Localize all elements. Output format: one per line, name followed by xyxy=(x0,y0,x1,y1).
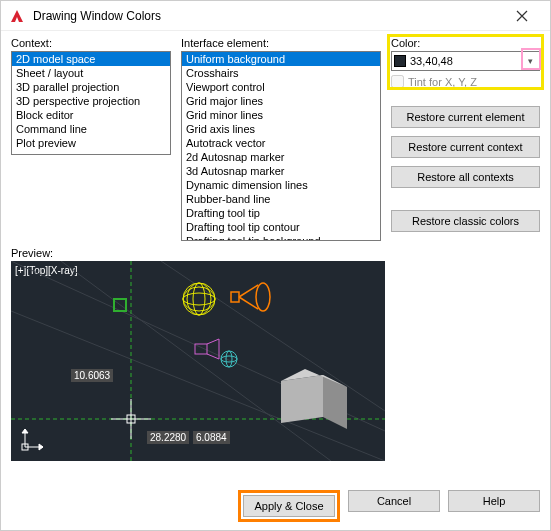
tint-label: Tint for X, Y, Z xyxy=(408,76,477,88)
wire-sphere-icon xyxy=(183,283,215,315)
color-value: 33,40,48 xyxy=(410,55,524,67)
list-item[interactable]: Rubber-band line xyxy=(182,192,380,206)
svg-point-7 xyxy=(183,283,215,315)
tint-row: Tint for X, Y, Z xyxy=(391,75,540,88)
svg-marker-32 xyxy=(39,444,43,450)
cube-icon xyxy=(281,369,347,429)
list-item[interactable]: Dynamic dimension lines xyxy=(182,178,380,192)
chevron-down-icon: ▾ xyxy=(524,56,537,66)
coordinate-readout: 6.0884 xyxy=(193,431,230,444)
close-button[interactable] xyxy=(502,1,542,31)
list-item[interactable]: Grid major lines xyxy=(182,94,380,108)
coordinate-readout: 28.2280 xyxy=(147,431,189,444)
list-item[interactable]: Plot preview xyxy=(12,136,170,150)
svg-marker-0 xyxy=(11,10,23,22)
svg-marker-33 xyxy=(22,429,28,433)
restore-all-contexts-button[interactable]: Restore all contexts xyxy=(391,166,540,188)
dialog-button-bar: Apply & Close Cancel Help xyxy=(1,482,550,530)
color-swatch xyxy=(394,55,406,67)
svg-point-20 xyxy=(221,351,237,367)
restore-classic-colors-button[interactable]: Restore classic colors xyxy=(391,210,540,232)
interface-element-label: Interface element: xyxy=(181,37,381,49)
context-label: Context: xyxy=(11,37,171,49)
help-button[interactable]: Help xyxy=(448,490,540,512)
list-item[interactable]: 3d Autosnap marker xyxy=(182,164,380,178)
list-item[interactable]: 3D parallel projection xyxy=(12,80,170,94)
window-title: Drawing Window Colors xyxy=(33,9,502,23)
list-item[interactable]: Autotrack vector xyxy=(182,136,380,150)
restore-current-element-button[interactable]: Restore current element xyxy=(391,106,540,128)
svg-rect-15 xyxy=(231,292,239,302)
light-cone-icon xyxy=(231,283,270,311)
autocad-logo-icon xyxy=(9,8,25,24)
svg-point-21 xyxy=(221,356,237,362)
svg-point-12 xyxy=(256,283,270,311)
list-item[interactable]: Viewport control xyxy=(182,80,380,94)
preview-label: Preview: xyxy=(11,247,540,259)
crosshair-icon xyxy=(111,399,151,439)
list-item[interactable]: Uniform background xyxy=(182,52,380,66)
list-item[interactable]: Crosshairs xyxy=(182,66,380,80)
list-item[interactable]: Drafting tool tip background xyxy=(182,234,380,241)
tint-checkbox xyxy=(391,75,404,88)
wire-sphere-small-icon xyxy=(221,351,237,367)
list-item[interactable]: Sheet / layout xyxy=(12,66,170,80)
list-item[interactable]: Grid axis lines xyxy=(182,122,380,136)
list-item[interactable]: Drafting tool tip xyxy=(182,206,380,220)
list-item[interactable]: Command line xyxy=(12,122,170,136)
svg-point-11 xyxy=(183,287,215,311)
color-combobox[interactable]: 33,40,48 ▾ xyxy=(391,51,540,71)
interface-element-listbox[interactable]: Uniform background Crosshairs Viewport c… xyxy=(181,51,381,241)
highlight-orange: Apply & Close xyxy=(238,490,340,522)
color-label: Color: xyxy=(391,37,540,49)
list-item[interactable]: Grid minor lines xyxy=(182,108,380,122)
title-bar: Drawing Window Colors xyxy=(1,1,550,31)
apply-and-close-button[interactable]: Apply & Close xyxy=(243,495,335,517)
svg-marker-23 xyxy=(281,375,323,423)
cancel-button[interactable]: Cancel xyxy=(348,490,440,512)
preview-viewport: [+][Top][X-ray] xyxy=(11,261,385,461)
list-item[interactable]: 3D perspective projection xyxy=(12,94,170,108)
list-item[interactable]: Block editor xyxy=(12,108,170,122)
camera-icon xyxy=(195,339,219,359)
list-item[interactable]: 2d Autosnap marker xyxy=(182,150,380,164)
svg-line-17 xyxy=(207,339,219,344)
ucs-icon xyxy=(22,429,43,450)
restore-current-context-button[interactable]: Restore current context xyxy=(391,136,540,158)
list-item[interactable]: Drafting tool tip contour xyxy=(182,220,380,234)
coordinate-readout: 10.6063 xyxy=(71,369,113,382)
svg-point-10 xyxy=(187,283,211,315)
list-item[interactable]: 2D model space xyxy=(12,52,170,66)
svg-line-13 xyxy=(239,285,258,297)
context-listbox[interactable]: 2D model space Sheet / layout 3D paralle… xyxy=(11,51,171,155)
svg-line-14 xyxy=(239,297,258,309)
close-icon xyxy=(516,10,528,22)
